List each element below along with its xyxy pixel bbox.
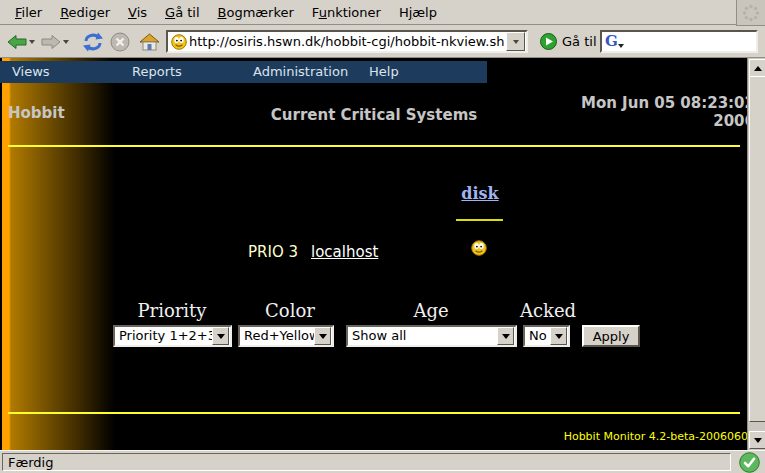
url-dropdown-button[interactable] (506, 32, 525, 51)
chevron-down-icon (513, 40, 519, 44)
column-underline (456, 219, 503, 221)
back-button[interactable] (7, 26, 27, 57)
reload-icon (82, 32, 104, 52)
nav-views[interactable]: Views (12, 61, 50, 83)
throbber (736, 0, 765, 26)
chevron-down-icon (497, 327, 514, 345)
acked-select[interactable]: No (523, 325, 570, 347)
url-bar (166, 30, 528, 53)
age-select[interactable]: Show all (346, 325, 517, 347)
back-dropdown[interactable] (29, 26, 35, 57)
menu-help[interactable]: Hjælp (390, 2, 446, 23)
chevron-down-icon (314, 327, 331, 345)
hobbit-version-footer: Hobbit Monitor 4.2-beta-20060601 (564, 430, 755, 443)
go-icon (540, 33, 557, 50)
search-input[interactable] (626, 33, 756, 50)
arrow-up-icon (754, 66, 762, 71)
go-label: Gå til (562, 34, 597, 49)
priority-group-label: PRIO 3 (248, 243, 298, 261)
chevron-down-icon (550, 327, 567, 345)
site-favicon-smiley-icon (171, 34, 187, 50)
priority-select[interactable]: Priority 1+2+3 (113, 325, 232, 347)
url-input[interactable] (187, 34, 506, 49)
navigation-toolbar: Gå til G (0, 26, 765, 58)
throbber-dot-ring-icon (741, 3, 761, 23)
filter-label-acked: Acked (488, 300, 608, 321)
forward-icon (41, 34, 61, 50)
scrollbar-thumb[interactable] (749, 76, 765, 422)
green-check-icon (739, 452, 760, 473)
forward-dropdown[interactable] (63, 26, 69, 57)
go-button[interactable]: Gå til (536, 29, 601, 54)
report-timestamp: Mon Jun 05 08:23:02 2006 (581, 94, 755, 130)
status-text: Færdig (2, 453, 731, 471)
menu-bookmarks[interactable]: Bogmærker (209, 2, 303, 23)
filter-label-priority: Priority (112, 300, 232, 321)
host-link-localhost[interactable]: localhost (311, 243, 378, 261)
back-icon (7, 34, 27, 50)
search-engine-g-icon[interactable]: G (602, 34, 618, 49)
scroll-up-button[interactable] (749, 59, 765, 77)
search-box: G (600, 30, 758, 53)
forward-button[interactable] (41, 26, 61, 57)
color-select[interactable]: Red+Yellow (238, 325, 334, 347)
browser-window: Filer Rediger Vis Gå til Bogmærker Funkt… (0, 0, 765, 473)
search-engine-dropdown-icon[interactable] (618, 44, 624, 48)
menu-tools[interactable]: Funktioner (303, 2, 390, 23)
page-viewport: Views Reports Administration Help Hobbit… (0, 58, 765, 450)
filter-label-age: Age (371, 300, 491, 321)
apply-button[interactable]: Apply (582, 325, 640, 347)
menu-view[interactable]: Vis (119, 2, 156, 23)
menu-go[interactable]: Gå til (156, 2, 209, 23)
nav-administration[interactable]: Administration (253, 61, 348, 83)
chevron-down-icon (63, 40, 69, 44)
hobbit-menu-bar: Views Reports Administration Help (0, 61, 487, 83)
home-icon (139, 33, 160, 51)
status-yellow-smiley-icon[interactable] (471, 240, 487, 256)
bottom-divider (8, 412, 740, 414)
chevron-down-icon (29, 40, 35, 44)
filter-label-color: Color (230, 300, 350, 321)
scroll-down-button[interactable] (749, 431, 765, 449)
nav-help[interactable]: Help (369, 61, 399, 83)
top-divider (8, 145, 740, 147)
chevron-down-icon (212, 327, 229, 345)
menu-bar: Filer Rediger Vis Gå til Bogmærker Funkt… (0, 0, 737, 25)
column-link-disk[interactable]: disk (450, 184, 510, 203)
nav-reports[interactable]: Reports (132, 61, 182, 83)
stop-icon (110, 32, 130, 52)
load-complete-indicator (735, 451, 763, 473)
status-bar: Færdig (0, 450, 765, 473)
stop-button[interactable] (110, 26, 130, 57)
home-button[interactable] (139, 26, 160, 57)
menu-edit[interactable]: Rediger (51, 2, 119, 23)
reload-button[interactable] (82, 26, 104, 57)
menu-file[interactable]: Filer (6, 2, 51, 23)
vertical-scrollbar[interactable] (747, 58, 765, 450)
arrow-down-icon (754, 438, 762, 443)
